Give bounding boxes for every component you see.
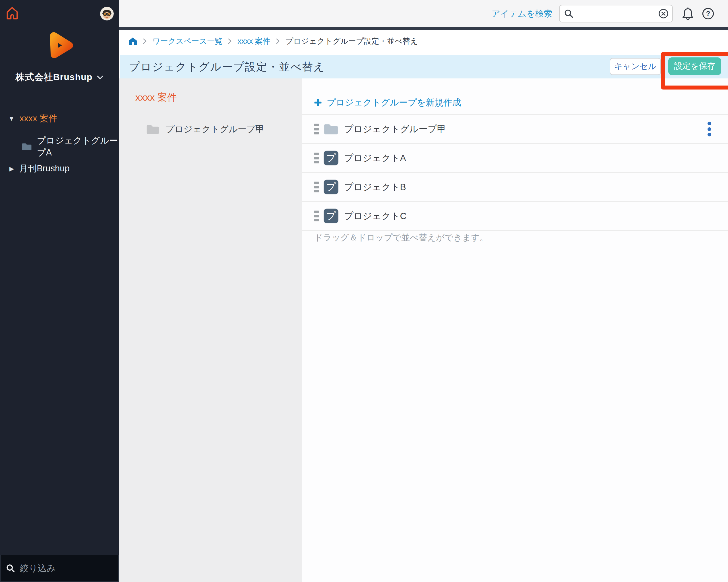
sortable-row-project[interactable]: プ プロジェクトA (302, 144, 728, 173)
home-outline-icon (6, 6, 19, 21)
home-icon[interactable] (6, 6, 19, 21)
group-tree-panel: xxxx 案件 プロジェクトグループ甲 (119, 78, 302, 582)
svg-text:?: ? (706, 10, 710, 17)
sidebar-item-monthly[interactable]: ▶ 月刊Brushup (9, 163, 70, 174)
row-label: プロジェクトC (344, 202, 407, 230)
plus-icon (314, 98, 322, 107)
sortable-row-project[interactable]: プ プロジェクトC (302, 202, 728, 231)
filter-input[interactable] (19, 563, 106, 574)
sidebar-item-workspace[interactable]: ▼ xxxx 案件 (8, 113, 57, 124)
breadcrumb-current: プロジェクトグループ設定・並べ替え (286, 36, 418, 46)
sidebar-item-label: プロジェクトグループA (37, 135, 119, 159)
row-label: プロジェクトA (344, 144, 406, 172)
chevron-right-icon (276, 38, 280, 44)
search-icon (564, 8, 574, 19)
help-icon[interactable]: ? (702, 7, 714, 20)
company-name: 株式会社Brushup (16, 71, 93, 84)
breadcrumb-home-icon[interactable] (128, 37, 137, 46)
item-search-link[interactable]: アイテムを検索 (491, 8, 552, 20)
drag-drop-hint: ドラッグ＆ドロップで並べ替えができます。 (314, 232, 488, 244)
project-badge-icon: プ (323, 209, 338, 223)
panel-group-item[interactable]: プロジェクトグループ甲 (146, 123, 264, 135)
sidebar-item-label: 月刊Brushup (19, 163, 69, 174)
drag-handle-icon[interactable] (314, 123, 319, 134)
folder-icon (146, 124, 159, 135)
panel-heading: xxxx 案件 (135, 91, 177, 104)
sidebar: 株式会社Brushup ▼ xxxx 案件 プロジェクトグループA ▶ 月刊Br… (0, 0, 119, 582)
panel-group-label: プロジェクトグループ甲 (165, 123, 264, 135)
folder-icon (22, 142, 32, 151)
sidebar-item-label: xxxx 案件 (20, 113, 57, 124)
top-bar: アイテムを検索 ? (119, 0, 728, 27)
drag-handle-icon[interactable] (314, 182, 319, 192)
page-title: プロジェクトグループ設定・並べ替え (129, 60, 325, 74)
triangle-down-icon: ▼ (8, 116, 15, 121)
sortable-list: プロジェクトグループ甲 プ プロジェクトA プ プロジェクトB プ プロジェクト… (302, 114, 728, 231)
save-settings-button[interactable]: 設定を保存 (668, 57, 721, 75)
search-icon (6, 563, 15, 573)
row-menu-kebab-icon[interactable] (706, 121, 712, 136)
project-badge-icon: プ (323, 179, 338, 194)
cancel-button[interactable]: キャンセル (610, 58, 661, 75)
breadcrumb-link-workspace[interactable]: xxxx 案件 (237, 36, 270, 46)
row-label: プロジェクトグループ甲 (344, 115, 446, 143)
row-label: プロジェクトB (344, 173, 406, 201)
item-search-input[interactable] (576, 5, 656, 21)
breadcrumb: ワークスペース一覧 xxxx 案件 プロジェクトグループ設定・並べ替え (119, 30, 728, 53)
brushup-logo (43, 28, 76, 62)
sortable-row-project[interactable]: プ プロジェクトB (302, 173, 728, 202)
chevron-right-icon (143, 38, 147, 44)
main-content: プロジェクトグループを新規作成 プロジェクトグループ甲 プ プロジェクトA プ … (302, 78, 728, 582)
sortable-row-group[interactable]: プロジェクトグループ甲 (302, 115, 728, 144)
project-badge-icon: プ (323, 150, 338, 165)
folder-icon (323, 123, 338, 135)
drag-handle-icon[interactable] (314, 211, 319, 221)
clear-search-icon[interactable] (658, 8, 669, 19)
notifications-bell-icon[interactable] (682, 6, 694, 21)
sidebar-item-project-group[interactable]: プロジェクトグループA (22, 135, 119, 159)
chevron-right-icon (228, 38, 232, 44)
create-project-group-label: プロジェクトグループを新規作成 (327, 96, 461, 109)
sidebar-filter-bar (0, 555, 119, 582)
breadcrumb-link-workspaces[interactable]: ワークスペース一覧 (152, 36, 223, 46)
item-search-box (559, 5, 673, 23)
user-avatar[interactable] (100, 7, 114, 21)
topbar-divider (119, 27, 728, 30)
company-selector[interactable]: 株式会社Brushup (0, 71, 119, 84)
create-project-group-link[interactable]: プロジェクトグループを新規作成 (314, 96, 461, 109)
chevron-down-icon (97, 76, 103, 79)
triangle-right-icon: ▶ (9, 166, 14, 172)
drag-handle-icon[interactable] (314, 153, 319, 163)
avatar-face-icon (100, 7, 114, 21)
